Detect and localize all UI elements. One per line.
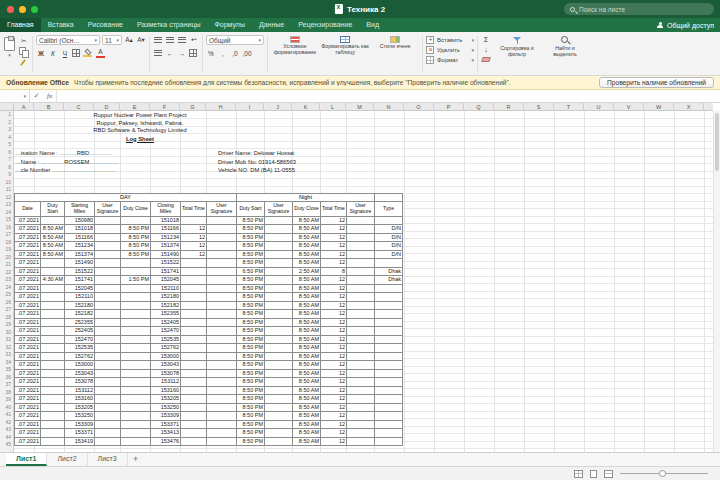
cell[interactable]: 12 [181,225,207,234]
cell[interactable] [41,284,65,293]
cell[interactable] [375,259,403,268]
cell[interactable]: 12 [321,335,347,344]
autosum-button[interactable]: Σ [481,35,491,44]
cell[interactable] [121,301,151,310]
cell[interactable] [41,437,65,446]
cell[interactable] [375,420,403,429]
cell[interactable]: 8:50 AM [293,216,321,225]
column-header-P[interactable]: P [434,103,464,111]
cell[interactable]: 8:50 PM [121,225,151,234]
decrease-decimal-button[interactable]: ,00 [242,48,252,58]
cell[interactable] [265,242,293,251]
cell[interactable] [207,310,237,319]
cell[interactable]: 153043 [151,361,181,370]
cell[interactable] [95,412,121,421]
cell[interactable] [207,344,237,353]
cell[interactable] [95,403,121,412]
cell[interactable] [181,429,207,438]
cell[interactable]: 8:50 PM [237,242,265,251]
cell[interactable]: 252355 [65,318,95,327]
table-column-header[interactable]: Starting Miles [65,201,95,216]
cell[interactable]: .07.2021 [15,335,41,344]
cell[interactable] [207,242,237,251]
table-column-header[interactable]: User Signature [347,201,375,216]
cell[interactable] [95,301,121,310]
cell[interactable]: 8:50 AM [293,310,321,319]
cell[interactable] [95,369,121,378]
cell[interactable]: 12 [321,225,347,234]
cell[interactable]: .07.2021 [15,395,41,404]
cell[interactable] [265,352,293,361]
column-header-N[interactable]: N [374,103,404,111]
ribbon-tab-view[interactable]: Вид [359,18,386,32]
close-window-button[interactable] [7,6,14,13]
cell[interactable]: .07.2021 [15,403,41,412]
cell[interactable]: 153112 [65,386,95,395]
cell[interactable] [181,310,207,319]
column-header-F[interactable]: F [150,103,180,111]
row-header-14[interactable]: 14 [0,209,13,217]
row-header-20[interactable]: 20 [0,254,13,262]
row-header-42[interactable]: 42 [0,419,13,427]
font-size-select[interactable]: 11 ▾ [102,35,122,45]
cell[interactable]: 12 [181,242,207,251]
cell[interactable] [375,361,403,370]
cell[interactable] [41,412,65,421]
cell[interactable]: 12 [321,386,347,395]
cell[interactable]: 8:50 AM [293,276,321,285]
cell[interactable] [347,369,375,378]
table-column-header[interactable]: User Signature [265,201,293,216]
cell[interactable] [95,259,121,268]
check-updates-button[interactable]: Проверить наличие обновлений [599,77,714,88]
bold-button[interactable]: Ж [36,48,46,58]
cell[interactable]: 12 [321,310,347,319]
share-button[interactable]: Общий доступ [657,18,714,32]
comma-style-button[interactable]: , [218,48,228,58]
cell[interactable] [375,429,403,438]
font-name-select[interactable]: Calibri (Осн… ▾ [36,35,100,45]
cell[interactable]: 8:50 PM [237,386,265,395]
row-header-31[interactable]: 31 [0,336,13,344]
cell[interactable] [265,301,293,310]
cell[interactable] [121,369,151,378]
row-header-11[interactable]: 11 [0,186,13,194]
decrease-indent-button[interactable]: ← [165,48,175,58]
select-all-corner[interactable] [0,103,14,111]
cell[interactable]: 1:50 PM [121,276,151,285]
cell[interactable] [265,403,293,412]
row-header-7[interactable]: 7 [0,156,13,164]
cell[interactable] [265,250,293,259]
table-group-header[interactable]: DAY [15,194,237,202]
cell[interactable]: 12 [181,233,207,242]
row-header-27[interactable]: 27 [0,306,13,314]
cell[interactable]: 8:50 PM [237,369,265,378]
cell[interactable] [181,335,207,344]
cell[interactable]: 12 [321,352,347,361]
cell[interactable] [41,301,65,310]
cell[interactable] [265,225,293,234]
cell[interactable] [121,420,151,429]
cell[interactable] [95,352,121,361]
cell[interactable]: 12 [321,327,347,336]
table-group-header[interactable]: Night [237,194,375,202]
cell[interactable]: 12 [321,344,347,353]
cell[interactable]: 8:50 PM [237,318,265,327]
row-header-3[interactable]: 3 [0,126,13,134]
ribbon-tab-draw[interactable]: Рисование [81,18,130,32]
cell[interactable] [347,335,375,344]
cell[interactable] [207,276,237,285]
align-bottom-button[interactable] [177,35,187,45]
column-header-U[interactable]: U [584,103,614,111]
cell[interactable] [265,216,293,225]
row-header-1[interactable]: 1 [0,111,13,119]
cell[interactable] [41,420,65,429]
cell[interactable]: 8:50 AM [293,284,321,293]
cell[interactable] [121,293,151,302]
cell[interactable]: 152470 [151,327,181,336]
cell[interactable] [121,395,151,404]
cell[interactable]: 8:50 AM [293,344,321,353]
cell[interactable] [375,412,403,421]
cell[interactable] [207,420,237,429]
insert-function-button[interactable]: fx [43,90,56,102]
row-header-24[interactable]: 24 [0,284,13,292]
